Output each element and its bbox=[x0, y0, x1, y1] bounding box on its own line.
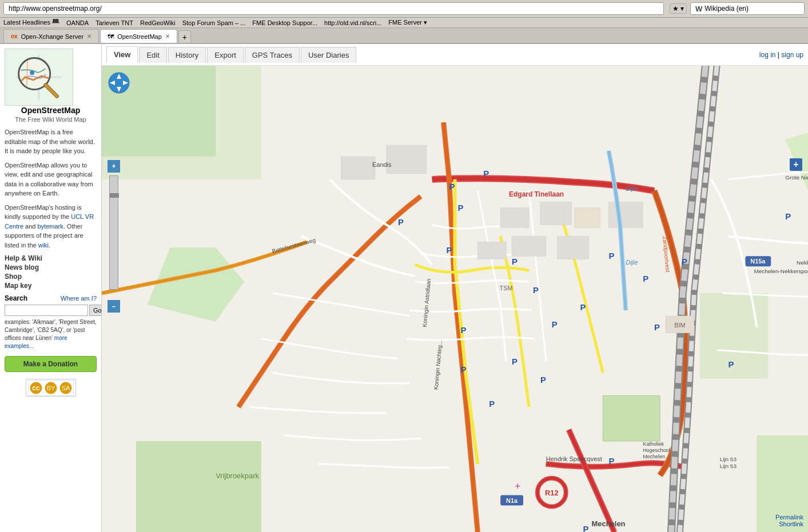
svg-text:Grote Nieuwstr.: Grote Nieuwstr. bbox=[785, 174, 808, 181]
pan-icon bbox=[108, 71, 130, 94]
url-star-area: ★ ▾ bbox=[670, 3, 687, 14]
osm-title: OpenStreetMap bbox=[5, 106, 97, 115]
wiki-link[interactable]: wiki bbox=[38, 242, 49, 249]
signup-link[interactable]: sign up bbox=[781, 51, 803, 59]
sidebar-shop[interactable]: Shop bbox=[5, 273, 97, 281]
browser-search-bar[interactable]: W Wikipedia (en) bbox=[690, 2, 805, 15]
svg-text:+: + bbox=[515, 481, 520, 492]
svg-text:N1a: N1a bbox=[506, 497, 518, 504]
zoom-handle[interactable] bbox=[110, 193, 119, 198]
new-tab-button[interactable]: + bbox=[178, 30, 191, 43]
svg-text:P: P bbox=[483, 169, 489, 178]
permalink-link[interactable]: Permalink bbox=[775, 514, 803, 521]
osm-nav-tabs: View Edit History Export GPS Traces User… bbox=[106, 46, 759, 63]
svg-text:Vrijbroekpark: Vrijbroekpark bbox=[216, 471, 259, 480]
sidebar-map-key[interactable]: Map key bbox=[5, 282, 97, 290]
svg-text:P: P bbox=[552, 319, 558, 329]
browser-search-text: Wikipedia (en) bbox=[704, 5, 749, 13]
search-go-button[interactable]: Go bbox=[89, 305, 102, 316]
sidebar-nav: Help & Wiki News blog Shop Map key bbox=[5, 254, 97, 290]
tab-user-diaries[interactable]: User Diaries bbox=[301, 47, 357, 63]
svg-rect-29 bbox=[603, 395, 660, 441]
zoom-slider-area[interactable] bbox=[108, 175, 120, 290]
main-panel: View Edit History Export GPS Traces User… bbox=[102, 44, 808, 532]
svg-text:Mechelen: Mechelen bbox=[592, 519, 626, 528]
svg-rect-25 bbox=[136, 441, 261, 532]
url-bar-area: http://www.openstreetmap.org/ ★ ▾ W Wiki… bbox=[0, 0, 808, 18]
star-button[interactable]: ★ ▾ bbox=[670, 3, 687, 14]
bookmark-oanda[interactable]: OANDA bbox=[66, 19, 89, 26]
tab-edit[interactable]: Edit bbox=[139, 47, 166, 63]
svg-text:BY: BY bbox=[46, 385, 55, 391]
bookmark-redgeowiki[interactable]: RedGeoWiki bbox=[140, 19, 176, 26]
svg-text:N15a: N15a bbox=[750, 258, 766, 265]
svg-text:P: P bbox=[682, 257, 687, 266]
tab-view[interactable]: View bbox=[106, 46, 138, 63]
zoom-out-button[interactable]: – bbox=[108, 300, 120, 313]
svg-text:P: P bbox=[654, 322, 660, 332]
cc-icon: cc BY SA bbox=[26, 379, 76, 397]
map-permalink-area: Permalink Shortlink bbox=[775, 514, 803, 527]
svg-text:R12: R12 bbox=[545, 489, 559, 497]
sidebar-help-wiki[interactable]: Help & Wiki bbox=[5, 254, 97, 262]
sidebar-desc3-mid: and bbox=[23, 223, 37, 230]
svg-text:P: P bbox=[460, 365, 466, 374]
search-examples-text: examples: 'Alkmaar', 'Regent Street, Cam… bbox=[5, 319, 97, 341]
expand-map-button[interactable]: + bbox=[790, 158, 802, 171]
svg-text:P: P bbox=[512, 257, 518, 266]
bookmark-tarieven-tnt[interactable]: Tarieven TNT bbox=[95, 19, 133, 26]
bookmark-old-vid[interactable]: http://old.vid.nl/scri... bbox=[324, 19, 381, 26]
bookmark-stop-forum-spam[interactable]: Stop Forum Spam – ... bbox=[182, 19, 246, 26]
svg-text:P: P bbox=[449, 182, 455, 191]
sidebar-news-blog[interactable]: News blog bbox=[5, 263, 97, 271]
wikipedia-icon: W bbox=[695, 5, 702, 13]
bookmark-latest-headlines[interactable]: Latest Headlines ᚙ bbox=[3, 19, 59, 26]
svg-text:P: P bbox=[457, 203, 463, 213]
svg-rect-45 bbox=[477, 242, 506, 259]
cc-svg: cc BY SA bbox=[28, 380, 74, 396]
tab-history[interactable]: History bbox=[168, 47, 206, 63]
pan-control[interactable] bbox=[108, 71, 130, 96]
svg-text:Hendrik Speecqvest: Hendrik Speecqvest bbox=[546, 455, 602, 462]
search-input[interactable] bbox=[5, 305, 88, 316]
tab-osm[interactable]: 🗺 OpenStreetMap ✕ bbox=[100, 29, 177, 43]
svg-text:P: P bbox=[398, 217, 404, 227]
login-link[interactable]: log in bbox=[759, 51, 776, 59]
search-header: Search Where am I? bbox=[5, 294, 97, 302]
svg-rect-42 bbox=[540, 202, 572, 225]
sidebar-desc1: OpenStreetMap is a free editable map of … bbox=[5, 127, 97, 156]
search-input-row: Go bbox=[5, 305, 97, 316]
bytemark-link[interactable]: bytemark bbox=[38, 223, 63, 230]
svg-text:P: P bbox=[729, 359, 734, 369]
map-area[interactable]: + – + bbox=[102, 66, 808, 532]
bookmark-fme-server[interactable]: FME Server ▾ bbox=[388, 19, 427, 26]
shortlink-link[interactable]: Shortlink bbox=[775, 521, 803, 527]
tab-ox-close[interactable]: ✕ bbox=[87, 33, 91, 39]
svg-text:Hogeschool: Hogeschool bbox=[643, 447, 670, 453]
svg-text:Dijle: Dijle bbox=[626, 185, 638, 192]
tab-ox[interactable]: ox Open-Xchange Server ✕ bbox=[3, 29, 99, 43]
tab-gps-traces[interactable]: GPS Traces bbox=[245, 47, 300, 63]
map-svg: R12 N1a N15a N19 bbox=[102, 66, 808, 532]
tab-export[interactable]: Export bbox=[207, 47, 244, 63]
svg-text:P: P bbox=[608, 251, 614, 261]
osm-logo: OpenStreetMap The Free Wiki World Map bbox=[5, 49, 97, 123]
svg-rect-40 bbox=[387, 145, 427, 174]
svg-rect-47 bbox=[558, 236, 589, 259]
cc-badge: cc BY SA bbox=[5, 379, 97, 397]
search-section: Search Where am I? Go examples: 'Alkmaar… bbox=[5, 294, 97, 350]
zoom-in-button[interactable]: + bbox=[108, 160, 120, 173]
sidebar-desc3-end: . bbox=[49, 242, 50, 249]
svg-text:Mechelen: Mechelen bbox=[643, 454, 665, 459]
tab-osm-close[interactable]: ✕ bbox=[165, 33, 170, 39]
svg-text:P: P bbox=[447, 245, 452, 255]
donate-button[interactable]: Make a Donation bbox=[5, 356, 97, 372]
zoom-slider[interactable] bbox=[109, 175, 118, 290]
where-am-i-link[interactable]: Where am I? bbox=[61, 295, 97, 302]
login-area: log in | sign up bbox=[759, 51, 803, 59]
url-bar[interactable]: http://www.openstreetmap.org/ bbox=[3, 2, 664, 15]
tab-osm-label: OpenStreetMap bbox=[117, 33, 162, 40]
svg-text:Lijn 53: Lijn 53 bbox=[720, 456, 737, 462]
svg-text:P: P bbox=[460, 325, 466, 335]
bookmark-fme-desktop[interactable]: FME Desktop Suppor... bbox=[252, 19, 317, 26]
